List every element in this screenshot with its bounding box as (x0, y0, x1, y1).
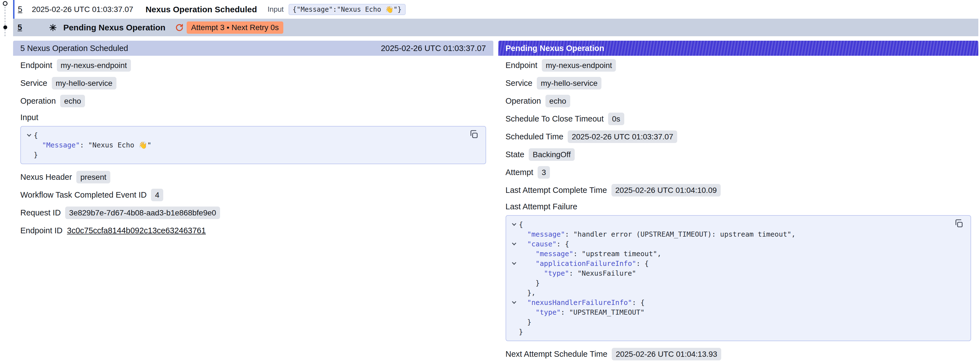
chevron-down-icon[interactable] (512, 222, 517, 226)
collapse-gutter (24, 131, 34, 140)
failure-json-viewer: {"message": "handler error (UPSTREAM_TIM… (506, 215, 971, 341)
field-label: Last Attempt Complete Time (506, 186, 607, 195)
code-line: { (24, 131, 481, 140)
code-line: } (509, 317, 966, 327)
pending-operation-row[interactable]: 5 Pending Nexus Operation Attempt 3 • Ne… (13, 19, 978, 36)
field-value-link[interactable]: 3c0c75ccfa8144b092c13ce632463761 (67, 226, 206, 235)
timeline-start-icon (3, 1, 8, 6)
field-value-badge: my-nexus-endpoint (57, 59, 131, 72)
timeline-rail (0, 0, 13, 84)
json-text: } (34, 151, 38, 159)
code-text: } (519, 327, 523, 337)
copy-icon[interactable] (954, 219, 964, 228)
field-value-badge: my-hello-service (537, 77, 601, 89)
event-input-chip: {"Message":"Nexus Echo 👋"} (289, 4, 405, 15)
json-key: "nexusHandlerFailureInfo" (527, 299, 632, 307)
json-text: { (34, 131, 38, 139)
timeline-dashed-line (5, 7, 5, 36)
code-line: "Message": "Nexus Echo 👋" (24, 140, 481, 150)
code-text: "type": "UPSTREAM_TIMEOUT" (519, 307, 644, 317)
event-timestamp: 2025-02-26 UTC 01:03:37.07 (32, 5, 133, 14)
field-label: Attempt (506, 168, 533, 177)
code-line: "message": "upstream timeout", (509, 249, 966, 259)
field-label: Nexus Header (20, 172, 72, 182)
code-line: "type": "NexusFailure" (509, 268, 966, 278)
event-input-label: Input (267, 5, 283, 14)
field-row: Request ID3e829b7e-7d67-4b08-aad3-b1e868… (20, 204, 486, 222)
json-text: : { (636, 259, 649, 268)
json-text: : "UPSTREAM_TIMEOUT" (561, 308, 644, 316)
attempt-badge: Attempt 3 • Next Retry 0s (187, 21, 283, 34)
field-value-badge: 2025-02-26 UTC 01:03:37.07 (568, 131, 677, 143)
chevron-down-icon[interactable] (512, 241, 517, 246)
field-value-badge: echo (546, 95, 570, 107)
json-text: } (527, 318, 531, 326)
field-label: Scheduled Time (506, 132, 563, 141)
field-value-badge: 2025-02-26 UTC 01:04:10.09 (611, 184, 721, 196)
field-value-badge: BackingOff (529, 148, 574, 161)
chevron-down-icon[interactable] (512, 260, 517, 265)
json-key: "type" (536, 308, 561, 316)
collapse-gutter (509, 259, 519, 268)
code-text: "nexusHandlerFailureInfo": { (519, 298, 644, 307)
field-label: Endpoint (20, 61, 52, 70)
code-line: "nexusHandlerFailureInfo": { (509, 298, 966, 307)
code-text: { (34, 131, 38, 140)
field-row: Endpoint ID3c0c75ccfa8144b092c13ce632463… (20, 222, 486, 239)
pending-id-link[interactable]: 5 (18, 23, 22, 32)
code-text: "applicationFailureInfo": { (519, 259, 649, 268)
json-key: "message" (527, 230, 565, 238)
field-row: Nexus Headerpresent (20, 168, 486, 186)
failure-section-label: Last Attempt Failure (506, 202, 971, 211)
chevron-down-icon[interactable] (512, 300, 517, 304)
input-section-label: Input (20, 113, 486, 122)
event-id-link[interactable]: 5 (18, 5, 22, 14)
collapse-gutter (509, 239, 519, 249)
code-line: "type": "UPSTREAM_TIMEOUT" (509, 307, 966, 317)
json-text: : { (557, 240, 569, 248)
event-detail-header-timestamp: 2025-02-26 UTC 01:03:37.07 (381, 44, 486, 53)
field-label: State (506, 150, 525, 159)
failure-json-lines: {"message": "handler error (UPSTREAM_TIM… (509, 220, 966, 337)
collapse-gutter (509, 249, 519, 259)
field-row: StateBackingOff (506, 145, 971, 163)
event-detail-fields-bottom: Nexus HeaderpresentWorkflow Task Complet… (20, 168, 486, 239)
field-label: Endpoint (506, 61, 538, 70)
field-row: Attempt3 (506, 163, 971, 181)
json-text: } (519, 328, 523, 336)
event-detail-header: 5 Nexus Operation Scheduled 2025-02-26 U… (13, 41, 493, 56)
code-text: "Message": "Nexus Echo 👋" (34, 140, 151, 150)
json-key: "type" (544, 269, 569, 277)
chevron-down-icon[interactable] (27, 133, 31, 137)
field-row: Last Attempt Complete Time2025-02-26 UTC… (506, 181, 971, 199)
history-event-row[interactable]: 5 2025-02-26 UTC 01:03:37.07 Nexus Opera… (13, 0, 980, 19)
collapse-gutter (509, 220, 519, 229)
field-label: Service (20, 78, 47, 88)
json-text: } (536, 279, 540, 287)
field-row: Schedule To Close Timeout0s (506, 110, 971, 128)
code-text: "type": "NexusFailure" (519, 268, 636, 278)
field-label: Operation (506, 96, 541, 105)
code-text: } (34, 150, 38, 160)
json-text: }, (527, 289, 536, 297)
collapse-gutter (509, 268, 519, 278)
field-row: Endpointmy-nexus-endpoint (20, 56, 486, 74)
code-line: } (509, 327, 966, 337)
copy-icon[interactable] (469, 129, 479, 139)
field-label: Workflow Task Completed Event ID (20, 190, 146, 200)
timeline-current-event-dot (3, 26, 7, 29)
field-label: Request ID (20, 208, 61, 217)
pending-detail-footer-field: Next Attempt Schedule Time2025-02-26 UTC… (506, 345, 971, 363)
collapse-gutter (509, 288, 519, 298)
code-line: { (509, 220, 966, 229)
json-text: { (519, 220, 523, 228)
field-label: Schedule To Close Timeout (506, 114, 604, 123)
pending-detail-header-title: Pending Nexus Operation (506, 44, 605, 53)
json-text: : "handler error (UPSTREAM_TIMEOUT): ups… (565, 230, 795, 238)
input-json-viewer: {"Message": "Nexus Echo 👋"} (20, 126, 486, 164)
code-text: } (519, 278, 540, 288)
field-value-badge: present (76, 171, 110, 184)
field-label: Operation (20, 96, 56, 105)
code-text: "message": "upstream timeout", (519, 249, 662, 259)
detail-panels: 5 Nexus Operation Scheduled 2025-02-26 U… (13, 41, 978, 364)
